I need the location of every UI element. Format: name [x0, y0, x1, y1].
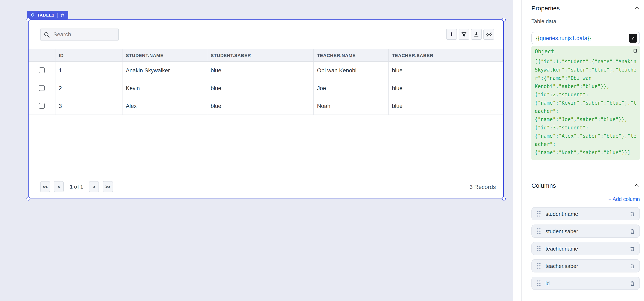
cell-teacher-saber[interactable]: blue [389, 97, 503, 114]
drag-handle-icon[interactable] [537, 228, 541, 235]
cell-student-saber[interactable]: blue [207, 62, 314, 79]
cell-student-name[interactable]: Anakin Skywalker [122, 62, 207, 79]
column-header-student-name[interactable]: STUDENT.NAME [122, 49, 207, 61]
cell-id[interactable]: 3 [56, 97, 122, 114]
column-item-teacher-saber[interactable]: teacher.saber [532, 259, 640, 273]
download-button[interactable] [471, 29, 482, 40]
table-footer: << < 1 of 1 > >> 3 Records [28, 175, 503, 198]
table-data-label: Table data [532, 18, 640, 25]
add-row-button[interactable]: + [446, 29, 457, 40]
hide-columns-button[interactable] [484, 29, 494, 40]
delete-column-icon[interactable] [630, 245, 635, 252]
cell-teacher-saber[interactable]: blue [389, 79, 503, 97]
widget-name-badge[interactable]: ⚙ TABLE1 [27, 11, 68, 19]
properties-panel: Properties Table data {{queries.runjs1.d… [522, 0, 644, 301]
header-select-cell [28, 49, 56, 61]
column-header-id[interactable]: ID [56, 49, 122, 61]
widget-name-label: TABLE1 [37, 13, 55, 17]
column-item-label: student.saber [546, 228, 625, 234]
drag-handle-icon[interactable] [537, 280, 541, 287]
expand-arrows-icon [631, 36, 635, 40]
add-column-button[interactable]: + Add column [608, 196, 640, 202]
table-toolbar: + [446, 29, 494, 40]
plus-icon: + [450, 30, 454, 38]
copy-value-button[interactable] [632, 48, 638, 54]
collapse-columns-button[interactable] [634, 182, 640, 188]
cell-id[interactable]: 2 [56, 79, 122, 97]
cell-teacher-name[interactable]: Noah [314, 97, 389, 114]
filter-button[interactable] [458, 29, 469, 40]
canvas-panel-gutter [513, 0, 522, 301]
properties-section-header: Properties [532, 3, 640, 12]
column-header-teacher-name[interactable]: TEACHER.NAME [314, 49, 389, 61]
resize-handle-bottom-right[interactable] [502, 197, 506, 200]
resize-handle-top-left[interactable] [26, 17, 30, 21]
cell-student-saber[interactable]: blue [207, 97, 314, 114]
cell-teacher-name[interactable]: Obi wan Kenobi [314, 62, 389, 79]
column-item-student-saber[interactable]: student.saber [532, 225, 640, 238]
record-count: 3 Records [469, 183, 496, 190]
table-search-box[interactable] [40, 28, 119, 40]
column-item-student-name[interactable]: student.name [532, 207, 640, 220]
expand-editor-button[interactable] [629, 34, 638, 42]
cell-student-name[interactable]: Kevin [122, 79, 207, 97]
app-root: ⚙ TABLE1 + [0, 0, 644, 301]
column-header-student-saber[interactable]: STUDENT.SABER [207, 49, 314, 61]
delete-column-icon[interactable] [630, 280, 635, 286]
table-row[interactable]: 3 Alex blue Noah blue [28, 97, 503, 115]
filter-icon [461, 31, 467, 38]
row-select-cell [28, 97, 56, 114]
last-page-button[interactable]: >> [103, 181, 113, 192]
columns-title: Columns [532, 182, 556, 189]
evaluated-json-text: [{"id":1,"student":{"name":"Anakin Skywa… [535, 57, 638, 157]
drag-handle-icon[interactable] [537, 263, 541, 269]
column-item-label: teacher.name [546, 245, 625, 252]
search-input[interactable] [52, 31, 115, 38]
editor-canvas[interactable]: ⚙ TABLE1 + [0, 0, 513, 301]
columns-section-header: Columns [532, 181, 640, 190]
resize-handle-bottom-left[interactable] [26, 197, 30, 200]
drag-handle-icon[interactable] [537, 211, 541, 217]
page-indicator: 1 of 1 [70, 184, 83, 190]
drag-handle-icon[interactable] [537, 245, 541, 252]
delete-column-icon[interactable] [630, 211, 635, 217]
table-body: 1 Anakin Skywalker blue Obi wan Kenobi b… [28, 62, 503, 115]
delete-column-icon[interactable] [630, 263, 635, 269]
cell-teacher-name[interactable]: Joe [314, 79, 389, 97]
first-page-button[interactable]: << [40, 181, 50, 192]
column-item-label: student.name [546, 211, 625, 217]
delete-widget-icon[interactable] [60, 12, 64, 17]
column-item-teacher-name[interactable]: teacher.name [532, 242, 640, 255]
delete-column-icon[interactable] [630, 228, 635, 234]
collapse-properties-button[interactable] [634, 5, 640, 11]
table-data-binding-input[interactable]: {{queries.runjs1.data}} [532, 32, 640, 44]
row-checkbox[interactable] [39, 67, 45, 73]
prev-page-button[interactable]: < [54, 181, 64, 192]
column-item-id[interactable]: id [532, 277, 640, 290]
table1-widget[interactable]: + [28, 19, 504, 199]
column-header-teacher-saber[interactable]: TEACHER.SABER [389, 49, 503, 61]
section-divider [522, 174, 644, 174]
resize-handle-top-right[interactable] [502, 17, 506, 21]
properties-title: Properties [532, 4, 560, 11]
chevron-up-icon [634, 5, 640, 11]
copy-icon [632, 48, 638, 54]
binding-open-brace: {{ [536, 35, 540, 41]
cell-student-name[interactable]: Alex [122, 97, 207, 114]
row-checkbox[interactable] [39, 85, 45, 91]
binding-expression: queries.runjs1.data [540, 35, 587, 41]
cell-teacher-saber[interactable]: blue [389, 62, 503, 79]
column-item-label: id [546, 280, 625, 286]
table-row[interactable]: 2 Kevin blue Joe blue [28, 79, 503, 97]
next-page-button[interactable]: > [89, 181, 99, 192]
row-checkbox[interactable] [39, 103, 45, 109]
evaluated-value-popup: Object [{"id":1,"student":{"name":"Anaki… [532, 46, 640, 160]
cell-student-saber[interactable]: blue [207, 79, 314, 97]
eye-off-icon [485, 31, 492, 38]
chevron-up-icon [634, 182, 640, 188]
widget-settings-gear-icon[interactable]: ⚙ [31, 13, 35, 17]
table-row[interactable]: 1 Anakin Skywalker blue Obi wan Kenobi b… [28, 62, 503, 79]
evaluated-type-label: Object [535, 48, 554, 54]
badge-divider [57, 12, 57, 17]
cell-id[interactable]: 1 [56, 62, 122, 79]
